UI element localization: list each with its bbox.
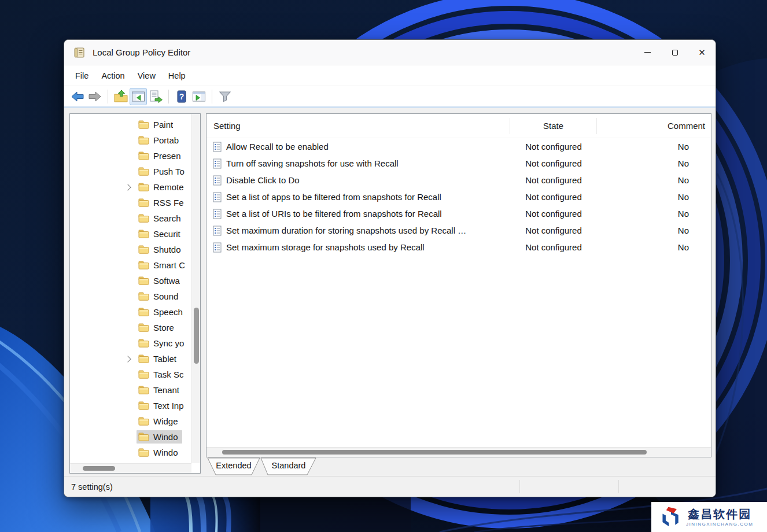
column-header-comment[interactable]: Comment <box>597 118 711 134</box>
tree-node[interactable]: Task Sc <box>137 368 188 381</box>
up-one-level-button[interactable] <box>112 88 130 105</box>
tree-item[interactable]: Paint <box>70 117 191 132</box>
minimize-button[interactable] <box>634 40 661 65</box>
tree-node[interactable]: Search <box>137 212 185 225</box>
tree-item[interactable]: Shutdo <box>70 242 191 257</box>
comment-cell: No <box>597 192 711 202</box>
tab-standard[interactable]: Standard <box>264 461 314 470</box>
tree-item[interactable]: Store <box>70 320 191 335</box>
menu-action[interactable]: Action <box>95 68 131 83</box>
tree-node[interactable]: Push To <box>137 165 189 178</box>
tree-item[interactable]: Softwa <box>70 273 191 289</box>
comment-cell: No <box>597 175 711 185</box>
tree-item[interactable]: Windo <box>70 445 191 460</box>
tree-horizontal-scrollbar-thumb[interactable] <box>83 466 115 471</box>
setting-row[interactable]: Allow Recall to be enabled Not configure… <box>207 138 711 155</box>
tree-item[interactable]: Smart C <box>70 257 191 273</box>
menu-view[interactable]: View <box>131 68 162 83</box>
tree-item[interactable]: Tablet <box>70 351 191 367</box>
help-button[interactable]: ? <box>173 88 190 105</box>
tree-vertical-scrollbar-thumb[interactable] <box>194 308 199 364</box>
tree-node[interactable]: Speech <box>137 305 187 319</box>
list-horizontal-scrollbar[interactable] <box>207 447 711 457</box>
tree-item[interactable]: Portab <box>70 132 191 148</box>
tree-item[interactable]: Tenant <box>70 382 191 398</box>
folder-icon <box>138 370 149 379</box>
folder-icon <box>138 136 149 145</box>
tree-item-label: Widge <box>153 416 178 426</box>
desktop: Local Group Policy Editor ✕ File Action … <box>0 0 767 532</box>
gpedit-window: Local Group Policy Editor ✕ File Action … <box>64 39 716 497</box>
filter-button[interactable] <box>216 88 234 105</box>
tree-node[interactable]: Sync yo <box>137 337 188 350</box>
column-header-setting[interactable]: Setting <box>207 118 510 134</box>
tree-node[interactable]: Store <box>137 321 178 334</box>
tree-item[interactable]: RSS Fe <box>70 195 191 210</box>
chevron-right-icon[interactable] <box>124 184 131 190</box>
state-cell: Not configured <box>510 226 597 235</box>
column-header-state[interactable]: State <box>510 118 597 134</box>
menu-help[interactable]: Help <box>162 68 192 83</box>
forward-button[interactable] <box>86 88 104 105</box>
svg-text:?: ? <box>179 92 185 101</box>
tree-vertical-scrollbar[interactable] <box>191 114 200 463</box>
tab-extended[interactable]: Extended <box>211 461 257 470</box>
tree-node[interactable]: Smart C <box>137 258 189 272</box>
tree-node[interactable]: Windo <box>137 430 182 444</box>
tree-item[interactable]: Widge <box>70 413 191 429</box>
setting-row[interactable]: Set maximum duration for storing snapsho… <box>207 222 711 239</box>
tree-item[interactable]: Push To <box>70 164 191 179</box>
policy-setting-icon <box>213 192 222 202</box>
show-console-tree-button[interactable] <box>130 88 147 105</box>
tree-node[interactable]: Portab <box>137 134 183 147</box>
tree-item[interactable]: Search <box>70 210 191 226</box>
maximize-button[interactable] <box>661 40 688 65</box>
tree-item[interactable]: Speech <box>70 304 191 320</box>
watermark-domain: JININGXINCHANG.COM <box>686 522 753 527</box>
tree-node[interactable]: Shutdo <box>137 243 185 256</box>
setting-row[interactable]: Set a list of apps to be filtered from s… <box>207 189 711 205</box>
tree-node[interactable]: Sound <box>137 290 182 303</box>
tree-item[interactable]: Remote <box>70 179 191 195</box>
tree-item[interactable]: Securit <box>70 226 191 242</box>
tree-item-label: Sync yo <box>153 338 184 348</box>
status-bar: 7 setting(s) <box>64 476 716 497</box>
folder-icon <box>138 183 149 191</box>
tree-node[interactable]: Widge <box>137 415 182 428</box>
setting-row[interactable]: Disable Click to Do Not configured No <box>207 172 711 189</box>
tree-item[interactable]: Sync yo <box>70 335 191 351</box>
list-horizontal-scrollbar-thumb[interactable] <box>222 450 647 455</box>
view-tabs: Extended Standard <box>206 457 711 476</box>
tree-item[interactable]: Windo <box>70 429 191 445</box>
tree-node[interactable]: Tenant <box>137 383 183 397</box>
title-bar[interactable]: Local Group Policy Editor ✕ <box>64 40 716 65</box>
site-watermark: 鑫昌软件园 JININGXINCHANG.COM <box>651 502 767 532</box>
back-button[interactable] <box>69 88 86 105</box>
help-icon: ? <box>174 89 189 104</box>
state-cell: Not configured <box>510 192 597 202</box>
menu-file[interactable]: File <box>69 68 95 83</box>
setting-row[interactable]: Set a list of URIs to be filtered from s… <box>207 205 711 222</box>
show-action-pane-button[interactable] <box>190 88 208 105</box>
tree-node[interactable]: RSS Fe <box>137 196 188 209</box>
tree-node[interactable]: Text Inp <box>137 399 188 412</box>
setting-row[interactable]: Turn off saving snapshots for use with R… <box>207 155 711 172</box>
tree-node[interactable]: Windo <box>137 446 182 459</box>
tree-item[interactable]: Sound <box>70 289 191 304</box>
close-button[interactable]: ✕ <box>688 40 716 65</box>
tree-node[interactable]: Paint <box>137 118 177 131</box>
tree-item[interactable]: Presen <box>70 148 191 164</box>
tree-node[interactable]: Presen <box>137 149 185 162</box>
tree-node[interactable]: Remote <box>137 180 188 194</box>
export-list-button[interactable] <box>147 88 164 105</box>
watermark-text: 鑫昌软件园 JININGXINCHANG.COM <box>686 508 753 527</box>
tree-horizontal-scrollbar[interactable] <box>70 463 191 473</box>
tree-item[interactable]: Text Inp <box>70 398 191 413</box>
tree-item[interactable]: Task Sc <box>70 367 191 382</box>
setting-row[interactable]: Set maximum storage for snapshots used b… <box>207 239 711 256</box>
tree-node[interactable]: Tablet <box>137 352 180 365</box>
chevron-right-icon[interactable] <box>124 356 131 362</box>
tree-node[interactable]: Softwa <box>137 274 184 287</box>
tree-node[interactable]: Securit <box>137 227 185 241</box>
tree-item-label: Softwa <box>153 276 180 286</box>
